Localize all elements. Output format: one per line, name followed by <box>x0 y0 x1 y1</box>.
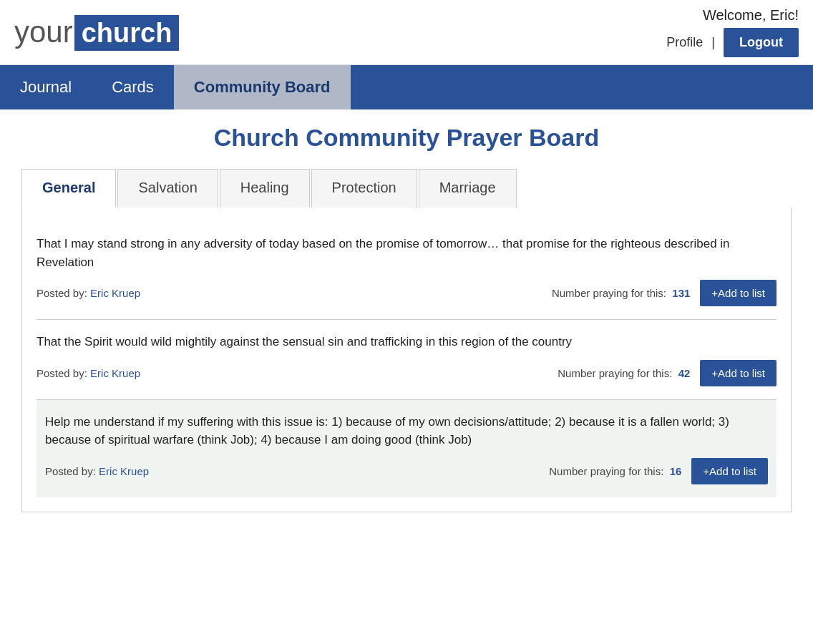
prayer-card-3: Help me understand if my suffering with … <box>36 400 777 497</box>
profile-link[interactable]: Profile <box>666 35 703 50</box>
main-content: Church Community Prayer Board General Sa… <box>0 109 813 527</box>
tab-general[interactable]: General <box>21 169 116 208</box>
count-num-1: 131 <box>672 287 690 299</box>
nav-item-journal[interactable]: Journal <box>0 65 92 109</box>
logout-button[interactable]: Logout <box>724 28 799 57</box>
praying-count-2: Number praying for this: 42 <box>558 367 690 379</box>
prayer-meta-1: Posted by: Eric Kruep Number praying for… <box>36 280 777 306</box>
posted-by-label-1: Posted by: <box>36 287 87 299</box>
logo-your: your <box>14 15 73 49</box>
prayer-board: That I may stand strong in any adversity… <box>21 208 792 512</box>
add-to-list-btn-2[interactable]: +Add to list <box>700 360 777 386</box>
author-link-2[interactable]: Eric Kruep <box>90 367 140 379</box>
posted-by-label-2: Posted by: <box>36 367 87 379</box>
welcome-message: Welcome, Eric! <box>703 7 799 24</box>
posted-by-1: Posted by: Eric Kruep <box>36 287 140 299</box>
count-num-2: 42 <box>678 367 691 379</box>
prayer-right-1: Number praying for this: 131 +Add to lis… <box>552 280 777 306</box>
logo-church: church <box>74 15 180 51</box>
prayer-right-2: Number praying for this: 42 +Add to list <box>558 360 777 386</box>
praying-label-1: Number praying for this: <box>552 287 666 299</box>
prayer-meta-2: Posted by: Eric Kruep Number praying for… <box>36 360 777 386</box>
prayer-card-2: That the Spirit would wild mightily agai… <box>36 320 777 400</box>
add-to-list-btn-3[interactable]: +Add to list <box>691 458 768 484</box>
page-title: Church Community Prayer Board <box>21 124 792 152</box>
posted-by-label-3: Posted by: <box>45 465 96 477</box>
header-right: Welcome, Eric! Profile | Logout <box>666 7 799 57</box>
count-num-3: 16 <box>670 465 682 477</box>
header-actions: Profile | Logout <box>666 28 799 57</box>
tab-protection[interactable]: Protection <box>311 169 417 208</box>
nav-item-community-board[interactable]: Community Board <box>174 65 351 109</box>
posted-by-3: Posted by: Eric Kruep <box>45 465 149 477</box>
category-tabs: General Salvation Healing Protection Mar… <box>21 169 792 208</box>
author-link-1[interactable]: Eric Kruep <box>90 287 140 299</box>
tab-salvation[interactable]: Salvation <box>117 169 218 208</box>
praying-count-1: Number praying for this: 131 <box>552 287 690 299</box>
posted-by-2: Posted by: Eric Kruep <box>36 367 140 379</box>
praying-label-2: Number praying for this: <box>558 367 672 379</box>
prayer-card-1: That I may stand strong in any adversity… <box>36 222 777 320</box>
prayer-meta-3: Posted by: Eric Kruep Number praying for… <box>45 458 768 484</box>
prayer-text-3: Help me understand if my suffering with … <box>45 413 768 449</box>
prayer-right-3: Number praying for this: 16 +Add to list <box>549 458 768 484</box>
author-link-3[interactable]: Eric Kruep <box>99 465 149 477</box>
prayer-text-2: That the Spirit would wild mightily agai… <box>36 333 777 351</box>
prayer-text-1: That I may stand strong in any adversity… <box>36 235 777 271</box>
logo: yourchurch <box>14 17 179 47</box>
add-to-list-btn-1[interactable]: +Add to list <box>700 280 777 306</box>
nav-item-cards[interactable]: Cards <box>92 65 174 109</box>
nav-bar: Journal Cards Community Board <box>0 65 813 109</box>
tab-marriage[interactable]: Marriage <box>419 169 517 208</box>
tab-healing[interactable]: Healing <box>220 169 310 208</box>
praying-count-3: Number praying for this: 16 <box>549 465 681 477</box>
praying-label-3: Number praying for this: <box>549 465 663 477</box>
divider: | <box>711 35 715 50</box>
header: yourchurch Welcome, Eric! Profile | Logo… <box>0 0 813 65</box>
